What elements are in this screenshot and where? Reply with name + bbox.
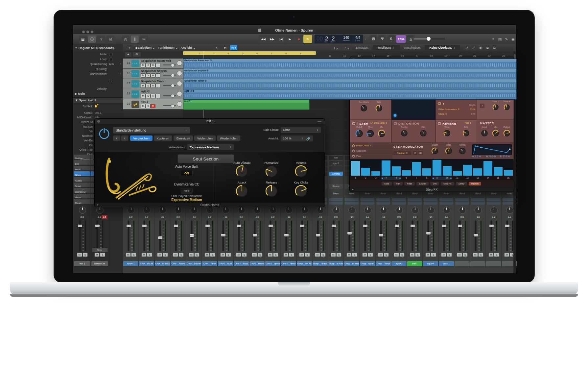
mixer-mute-button[interactable]: M (488, 253, 494, 257)
mixer-output-slot[interactable]: Stereo (329, 184, 343, 189)
duplicate-track-button[interactable]: ⧉ (133, 52, 141, 57)
mixer-send-slot[interactable] (424, 198, 437, 201)
mixer-send-slot[interactable] (408, 198, 422, 201)
mixer-fx-slot[interactable] (329, 166, 343, 171)
mixer-fader-cap[interactable] (426, 232, 431, 234)
knob-dirt[interactable] (419, 129, 427, 137)
mixer-volume-value[interactable]: -14 (344, 215, 360, 218)
mixer-mute-button[interactable]: M (204, 253, 210, 257)
mixer-fader-cap[interactable] (395, 225, 399, 227)
knob-output[interactable] (503, 129, 511, 137)
track-volume-slider[interactable] (163, 105, 176, 106)
track-mute-button[interactable]: M (141, 73, 146, 78)
step-pattern-menu[interactable]: Custom ⇕ (393, 151, 411, 155)
mixer-solo-button[interactable]: S (178, 253, 184, 257)
horns-minimize-button[interactable] (318, 121, 321, 122)
tab-gate[interactable]: Gate (382, 182, 392, 185)
mixer-solo-button[interactable]: S (289, 253, 294, 257)
drawer-icon[interactable]: ⬓ (79, 36, 87, 43)
side-chain-menu[interactable]: Ohne⇕ (281, 127, 321, 133)
mixer-fader-cap[interactable] (458, 225, 462, 227)
mixer-mute-button[interactable]: M (315, 253, 320, 257)
tab-filter[interactable]: Filter (404, 182, 415, 185)
mixer-volume-value[interactable]: 0,0 (170, 215, 186, 218)
mixer-automation-slot[interactable]: Read (345, 191, 359, 196)
mixer-automation-slot[interactable]: Read (424, 191, 437, 196)
einsetzen-button[interactable]: Einsetzen (174, 135, 193, 141)
mixer-fader-cap[interactable] (174, 225, 178, 227)
mixer-fader-cap[interactable] (300, 225, 304, 227)
track-mute-button[interactable]: M (141, 94, 146, 98)
knob-time[interactable] (443, 129, 451, 137)
region-param-value[interactable]: - - (109, 82, 112, 86)
step-bar-12[interactable] (463, 165, 472, 176)
mixer-channel-name[interactable]: Chor…Raum (171, 261, 186, 266)
mixer-volume-value[interactable]: 0,0 (265, 215, 281, 218)
track-pan-knob[interactable] (177, 61, 182, 66)
flex-icon[interactable]: ⋈ (222, 45, 229, 50)
step-bar-4[interactable] (382, 160, 390, 176)
reverb-header[interactable]: REVERB (438, 121, 457, 125)
mixer-channel-name[interactable]: Stereo Out (91, 261, 108, 266)
traffic-light-minimize[interactable] (86, 31, 89, 33)
mixer-channel-name[interactable]: Gosp…Tenor (376, 261, 391, 266)
mixer-volume-value[interactable]: -14 (423, 215, 438, 218)
mixer-solo-button[interactable]: S (273, 253, 278, 257)
step-target-gate-mix[interactable]: Gate Mix (350, 148, 393, 154)
track-solo-button[interactable]: S (146, 94, 151, 98)
knob-swing[interactable] (459, 147, 466, 155)
mixer-fader-track[interactable] (159, 221, 161, 251)
lcd-chevron-icon[interactable]: ⌄ (364, 37, 367, 40)
step-bar-2[interactable] (361, 168, 370, 176)
mixer-send-slot[interactable] (392, 198, 406, 201)
mixer-mute-button[interactable]: M (299, 253, 304, 257)
mixer-mute-button[interactable]: M (504, 253, 509, 257)
tab-dirt[interactable]: Dirt (430, 182, 439, 185)
mixer-mute-button[interactable]: M (441, 253, 446, 257)
mixer-volume-value[interactable]: -18 (375, 215, 391, 218)
step-bar-11[interactable] (453, 171, 462, 176)
mixer-fader-cap[interactable] (347, 232, 352, 234)
mixer-solo-button[interactable]: S (352, 253, 357, 257)
mixer-automation-slot[interactable]: Read (329, 191, 343, 196)
mixer-pan-knob[interactable] (175, 207, 182, 214)
mixer-pan-knob[interactable] (317, 207, 324, 214)
traffic-light-close[interactable] (82, 31, 85, 33)
mixer-channel-name[interactable] (455, 261, 470, 266)
step-bars-area[interactable] (350, 159, 513, 176)
track-solo-button[interactable]: S (146, 104, 151, 108)
list-icon[interactable]: ≡ (491, 36, 496, 43)
mixer-solo-button[interactable]: S (305, 253, 310, 257)
mixer-solo-button[interactable]: S (242, 253, 247, 257)
mixer-mute-button[interactable]: M (252, 253, 257, 257)
menu-bearbeiten[interactable]: Bearbeiten ⌄ (135, 45, 155, 50)
tab-mod-fx[interactable]: Mod FX (441, 182, 454, 185)
mixer-solo-button[interactable]: S (100, 253, 105, 257)
region-17[interactable]: Gospelchor Tenor ① (183, 79, 517, 89)
mixer-solo-button[interactable]: S (462, 253, 468, 257)
track-volume-slider[interactable] (163, 95, 176, 96)
mixer-fx-slot[interactable]: Chroma (329, 172, 343, 176)
mixer-mute-button[interactable]: M (473, 253, 478, 257)
mixer-fader-cap[interactable] (474, 234, 478, 236)
mixer-mute-button[interactable]: M (283, 253, 289, 257)
zoom-in-icon[interactable]: ⊞ (485, 45, 490, 50)
rewind-button[interactable]: ◀◀ (259, 35, 268, 43)
mixer-volume-value[interactable]: 0,0 (123, 215, 139, 218)
knob-input[interactable] (481, 129, 488, 137)
knob-auto-vibrato[interactable] (235, 165, 248, 178)
knob-release[interactable] (265, 184, 278, 198)
mixer-automation-slot[interactable]: Read (439, 191, 453, 196)
track-volume-slider[interactable] (163, 75, 176, 76)
mixer-channel-name[interactable]: agt3+4 (423, 261, 438, 266)
mixer-volume-value[interactable]: 0,0 (407, 215, 423, 218)
mixer-automation-slot[interactable]: Read (361, 191, 374, 196)
horns-titlebar[interactable]: Inst 1 (95, 119, 325, 124)
mixer-send-slot[interactable] (361, 198, 374, 201)
mixer-solo-button[interactable]: S (257, 253, 263, 257)
track-header-17[interactable]: 17Gospelchor TenorMSRI (123, 79, 183, 89)
tab-reverb[interactable]: Reverb (469, 182, 482, 185)
snap-icon[interactable]: >T< (230, 45, 237, 50)
region-param-checkbox[interactable] (109, 53, 113, 56)
mod-depth-value[interactable]: 25 % (463, 108, 475, 111)
